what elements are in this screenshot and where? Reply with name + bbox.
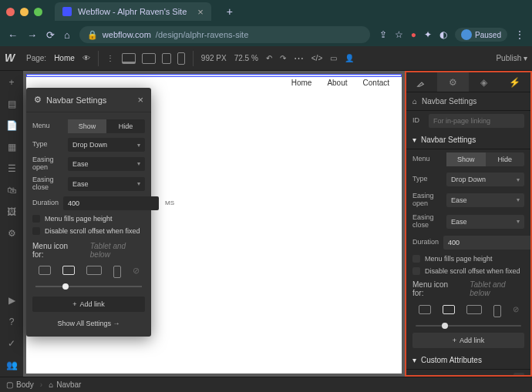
device-desktop-icon[interactable] [122,53,136,64]
navigator-icon[interactable]: ▤ [6,99,17,109]
hide-button-r[interactable]: Hide [486,152,525,166]
device-desktop-r[interactable] [419,305,431,314]
interactions-tab[interactable]: ⚡ [500,72,530,92]
menu-fills-checkbox[interactable]: Menu fills page height [32,213,145,225]
device-option-landscape[interactable] [86,266,102,275]
nav-link[interactable]: Contact [363,79,389,87]
easing-open-select-r[interactable]: Ease▾ [446,193,524,207]
forward-icon[interactable]: → [27,29,37,41]
canvas-width[interactable]: 992 PX [201,54,227,62]
home-icon[interactable]: ⌂ [64,29,70,41]
redo-icon[interactable]: ↷ [280,54,286,62]
nav-link[interactable]: Home [291,79,312,87]
checkbox-icon [412,255,420,263]
export-icon[interactable]: ▭ [330,54,337,62]
back-icon[interactable]: ← [8,29,18,41]
device-mobile-r[interactable] [493,305,501,317]
breakpoint-slider[interactable] [32,283,145,293]
breadcrumb-body[interactable]: ▢Body [6,380,34,389]
show-button-r[interactable]: Show [446,152,486,166]
selection-outline [26,74,402,77]
close-tab-icon[interactable]: × [197,6,204,18]
device-landscape-r[interactable] [466,305,482,314]
menu-icon[interactable]: ⋮ [515,29,524,40]
duration-input[interactable] [63,196,159,210]
ecommerce-icon[interactable]: 🛍 [6,185,17,196]
add-link-button-r[interactable]: +Add link [412,333,524,348]
easing-open-select[interactable]: Ease▾ [68,157,145,171]
device-option-desktop[interactable] [39,266,51,275]
star-icon[interactable]: ☆ [395,29,403,40]
device-none-r[interactable]: ⊘ [513,305,519,317]
assets-icon[interactable]: 🖼 [6,206,17,217]
preview-icon[interactable]: 👁 [82,54,90,62]
settings-rail-icon[interactable]: ⚙ [6,228,17,239]
address-bar[interactable]: 🔒 webflow.com/design/alphr-ravens-site [79,26,370,43]
add-link-button[interactable]: +Add link [32,297,145,312]
designer-topbar: W Page: Home 👁 ⋮ 992 PX 72.5 % ↶ ↷ ⋯ </>… [0,46,532,71]
page-name[interactable]: Home [54,54,75,62]
menu-icon-hint: Tablet and below [90,242,145,259]
device-tablet-icon[interactable] [142,53,156,64]
menu-fills-checkbox-r[interactable]: Menu fills page height [406,253,530,265]
show-button[interactable]: Show [68,119,106,133]
share-designer-icon[interactable]: 👤 [345,54,354,62]
duration-input-r[interactable] [443,236,532,250]
more-icon[interactable]: ⋮ [106,54,114,62]
disable-scroll-checkbox[interactable]: Disable scroll offset when fixed [32,225,145,237]
device-tablet-r[interactable] [443,305,455,314]
show-all-settings-button[interactable]: Show All Settings → [32,315,145,332]
canvas[interactable]: Home About Contact Navbar Settings × Men… [23,71,405,377]
type-select[interactable]: Drop Down▾ [68,138,145,152]
audit-icon[interactable]: ✓ [6,338,17,349]
add-element-icon[interactable]: + [6,77,17,88]
cms-icon[interactable]: ☰ [6,163,17,174]
device-option-mobile[interactable] [113,266,121,278]
undo-icon[interactable]: ↶ [266,54,272,62]
settings-tab[interactable]: ⚙ [437,72,468,92]
zoom-level[interactable]: 72.5 % [234,54,258,62]
webflow-logo[interactable]: W [5,52,19,65]
breadcrumb-navbar[interactable]: Navbar [49,380,81,389]
video-icon[interactable]: ▶ [6,295,17,306]
reload-icon[interactable]: ⟳ [46,29,55,41]
style-manager-tab[interactable]: ◈ [469,72,500,92]
left-rail: + ▤ 📄 ▦ ☰ 🛍 🖼 ⚙ ▶ ? ✓ 👥 [0,71,23,377]
hide-button[interactable]: Hide [106,119,145,133]
browser-tab[interactable]: Webflow - Alphr Raven's Site × [55,2,211,21]
comments-icon[interactable]: ⋯ [294,52,304,64]
nav-link[interactable]: About [327,79,347,87]
device-option-tablet[interactable] [62,266,75,275]
device-mobile-landscape-icon[interactable] [162,53,171,64]
maximize-window[interactable] [34,8,42,16]
components-icon[interactable]: ▦ [6,142,17,152]
users-icon[interactable]: 👥 [6,360,17,370]
code-icon[interactable]: </> [311,54,322,62]
extension-icon-2[interactable]: ◐ [439,29,447,40]
type-label: Type [32,141,63,149]
publish-button[interactable]: Publish ▾ [496,54,527,62]
easing-close-select[interactable]: Ease▾ [68,177,145,191]
device-option-none[interactable]: ⊘ [133,266,140,278]
menu-toggle: Show Hide [68,119,145,133]
minimize-window[interactable] [20,8,29,16]
new-tab-button[interactable]: + [222,4,237,19]
right-panel: ⚙ ◈ ⚡ Navbar Settings ID ▾Navbar Setting… [405,71,532,377]
id-input[interactable] [429,114,524,128]
extension-icon-1[interactable]: ● [411,29,416,40]
navbar-settings-section[interactable]: ▾Navbar Settings [406,131,530,149]
custom-attributes-section[interactable]: ▾Custom Attributes [406,351,530,370]
style-tab[interactable] [406,72,437,92]
share-icon[interactable]: ⇪ [379,29,387,40]
help-icon[interactable]: ? [6,317,17,327]
disable-scroll-checkbox-r[interactable]: Disable scroll offset when fixed [406,265,530,277]
pages-icon[interactable]: 📄 [6,120,17,131]
close-window[interactable] [6,8,15,16]
close-popup-icon[interactable]: × [137,94,143,106]
type-select-r[interactable]: Drop Down▾ [446,173,524,186]
profile-paused[interactable]: Paused [455,28,507,42]
breakpoint-slider-r[interactable] [406,322,530,330]
device-mobile-icon[interactable] [177,52,185,65]
extensions-icon[interactable]: ✦ [424,29,432,40]
easing-close-select-r[interactable]: Ease▾ [446,215,524,229]
